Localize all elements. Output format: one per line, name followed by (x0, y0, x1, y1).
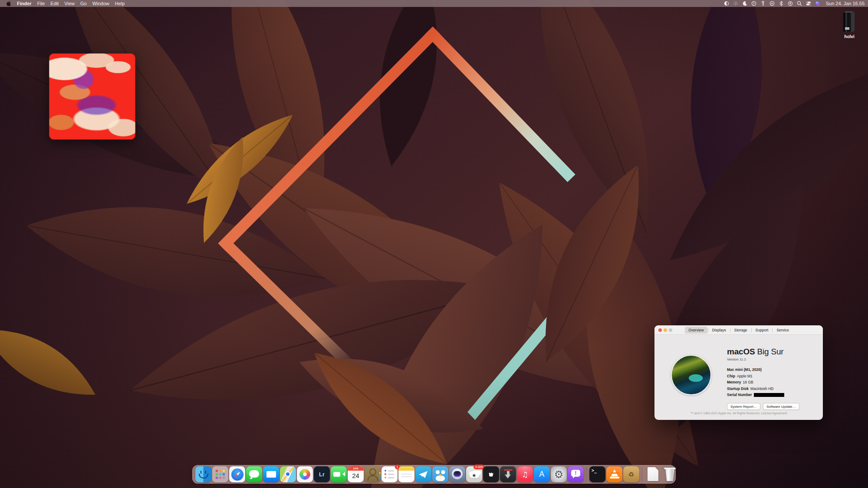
spotlight-search-icon[interactable] (797, 1, 802, 6)
tweetbot-icon (432, 466, 448, 482)
dock-item-messages[interactable] (246, 466, 262, 482)
serial-number-redaction-bar (754, 393, 784, 397)
menu-view[interactable]: View (64, 1, 75, 6)
menu-file[interactable]: File (37, 1, 45, 6)
spec-startup-disk-value: Macintosh HD (750, 386, 773, 391)
about-body: macOS Big Sur Version 11.2 Mac mini (M1,… (727, 347, 818, 410)
photos-icon (297, 466, 313, 482)
lightroom-glyph: Lr (314, 466, 330, 482)
half-circle-toggle-icon[interactable] (724, 1, 729, 6)
desktop-drive-icon[interactable] (841, 12, 858, 33)
lightroom-icon: Lr (314, 466, 330, 482)
dock-item-calendar[interactable]: JAN24 (348, 466, 364, 482)
menu-app-name[interactable]: Finder (17, 1, 32, 6)
dock-item-trash[interactable] (662, 466, 678, 482)
tab-displays[interactable]: Displays (709, 327, 730, 334)
notes-icon (398, 466, 414, 482)
dock-item-apollo[interactable] (449, 466, 465, 482)
dock-item-reminders[interactable]: 1 (381, 466, 398, 482)
tv-glyph: tv (489, 472, 493, 478)
about-titlebar[interactable]: Overview Displays Storage Support Servic… (654, 325, 823, 335)
running-indicator (440, 484, 441, 485)
spec-chip-label: Chip (727, 374, 735, 378)
dock-item-vlc[interactable] (606, 466, 622, 482)
dock-item-telegram[interactable] (415, 466, 431, 482)
software-update-button[interactable]: Software Update… (763, 403, 799, 410)
red-artwork-thumbnail[interactable] (49, 53, 135, 140)
dock-item-document[interactable] (645, 466, 661, 482)
dock-item-feedback-assistant[interactable]: ! (568, 466, 584, 482)
tab-separator (730, 328, 730, 332)
os-name-bold: macOS (727, 347, 755, 356)
mac-model: Mac mini (M1, 2020) (727, 367, 818, 372)
running-indicator (457, 484, 458, 485)
about-tab-bar: Overview Displays Storage Support Servic… (654, 325, 823, 335)
dock-item-apple-tv[interactable]: tv (483, 466, 499, 482)
download-manager-icon (500, 466, 516, 482)
dock-item-terminal[interactable]: >_ (589, 466, 605, 482)
system-report-button[interactable]: System Report… (727, 403, 760, 410)
play-circle-icon[interactable] (769, 1, 775, 6)
key-icon[interactable] (760, 1, 766, 6)
menu-bar: Finder File Edit View Go Window Help (0, 0, 868, 7)
menu-bar-clock[interactable]: Sun 24. Jan 16.55 (826, 1, 865, 6)
document-file-icon (648, 467, 658, 481)
dock-item-notes[interactable] (398, 466, 414, 482)
terminal-icon: >_ (589, 466, 605, 482)
siri-icon[interactable] (815, 1, 820, 6)
dock-item-download-manager[interactable] (500, 466, 516, 482)
gear-glyph: ⚙ (551, 466, 567, 482)
dock-item-app-store[interactable]: A (534, 466, 550, 482)
tab-separator (708, 328, 708, 332)
spec-chip: Chip Apple M1 (727, 374, 818, 378)
apple-logo-icon[interactable] (6, 1, 11, 6)
terminal-prompt-glyph: >_ (592, 468, 597, 473)
drive-name-label[interactable]: holvi (836, 34, 863, 39)
dock-item-launchpad[interactable] (212, 466, 228, 482)
spec-memory-label: Memory (727, 380, 741, 384)
spec-serial-label: Serial Number (727, 393, 752, 397)
safari-icon (229, 466, 245, 482)
menu-edit[interactable]: Edit (50, 1, 59, 6)
music-icon: ♫ (517, 466, 533, 482)
dock-item-lightroom[interactable]: Lr (314, 466, 330, 482)
dock-item-safari[interactable] (229, 466, 245, 482)
dock-item-maps[interactable] (280, 466, 296, 482)
dock-item-photos[interactable] (297, 466, 313, 482)
dock-item-mail[interactable] (263, 466, 279, 482)
calendar-month: JAN (348, 466, 364, 471)
tab-overview[interactable]: Overview (685, 327, 707, 334)
running-indicator (524, 484, 526, 485)
menu-go[interactable]: Go (80, 1, 87, 6)
circled-power-icon[interactable] (751, 1, 756, 6)
dock-item-cloud-reader[interactable]: ★4 409 (466, 466, 482, 482)
unarchiver-icon: ♻ (623, 466, 639, 482)
os-version: Version 11.2 (727, 357, 818, 361)
faint-spiral-icon[interactable] (733, 1, 738, 6)
dock-divider (642, 468, 642, 481)
spec-startup-disk-label: Startup Disk (727, 386, 749, 391)
running-indicator (237, 484, 238, 485)
circled-up-arrow-icon[interactable] (788, 1, 793, 6)
about-this-mac-window: Overview Displays Storage Support Servic… (654, 325, 823, 420)
dock-item-system-preferences[interactable]: ⚙ (551, 466, 567, 482)
dock-item-contacts[interactable] (365, 466, 381, 482)
menu-help[interactable]: Help (115, 1, 125, 6)
launchpad-icon (212, 466, 228, 482)
dock-item-facetime[interactable] (331, 466, 347, 482)
dock-item-unarchiver[interactable]: ♻ (623, 466, 639, 482)
mail-icon (263, 466, 279, 482)
do-not-disturb-moon-icon[interactable] (742, 1, 747, 6)
dock-item-finder[interactable] (195, 466, 211, 482)
dock-item-tweetbot[interactable] (432, 466, 448, 482)
spec-memory: Memory 16 GB (727, 380, 818, 384)
running-indicator (321, 484, 322, 485)
menu-window[interactable]: Window (92, 1, 109, 6)
tab-service[interactable]: Service (773, 327, 792, 334)
control-center-icon[interactable] (806, 1, 811, 6)
bluetooth-icon[interactable] (779, 1, 784, 6)
tab-support[interactable]: Support (752, 327, 772, 334)
dock-item-music[interactable]: ♫ (517, 466, 533, 482)
tab-storage[interactable]: Storage (731, 327, 751, 334)
spec-startup-disk: Startup Disk Macintosh HD (727, 386, 818, 391)
